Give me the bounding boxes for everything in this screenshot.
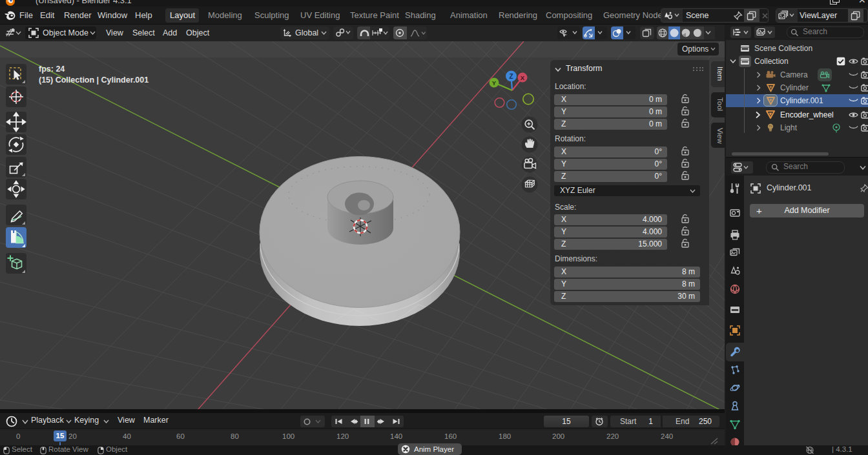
svg-text:X: X [521, 74, 525, 81]
svg-text:Y: Y [492, 79, 497, 86]
svg-text:Z: Z [509, 73, 513, 80]
